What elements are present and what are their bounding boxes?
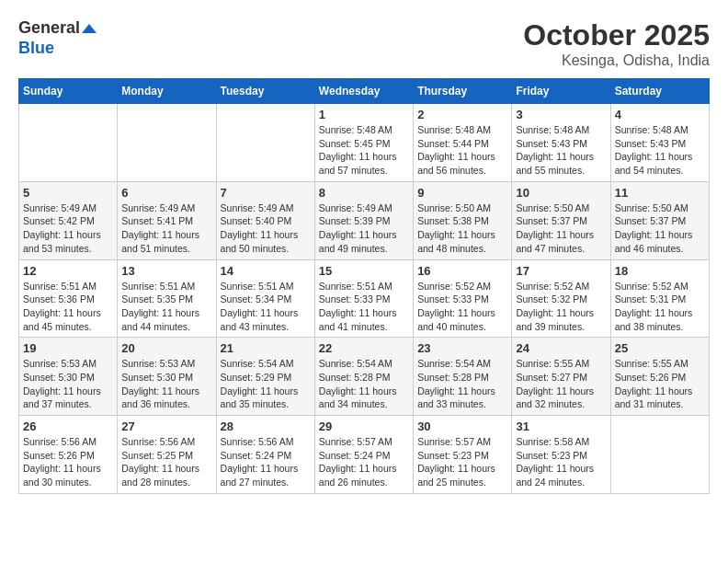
day-info: Sunrise: 5:51 AM Sunset: 5:35 PM Dayligh… <box>121 280 211 334</box>
calendar-week-3: 12Sunrise: 5:51 AM Sunset: 5:36 PM Dayli… <box>19 259 710 338</box>
calendar-cell: 12Sunrise: 5:51 AM Sunset: 5:36 PM Dayli… <box>19 259 118 338</box>
calendar-cell: 26Sunrise: 5:56 AM Sunset: 5:26 PM Dayli… <box>19 416 118 494</box>
calendar-cell: 13Sunrise: 5:51 AM Sunset: 5:35 PM Dayli… <box>118 259 216 338</box>
day-number: 27 <box>121 419 211 433</box>
day-number: 26 <box>23 419 113 433</box>
calendar-cell <box>610 416 709 494</box>
day-info: Sunrise: 5:51 AM Sunset: 5:33 PM Dayligh… <box>319 280 409 334</box>
day-number: 17 <box>516 264 606 278</box>
day-info: Sunrise: 5:48 AM Sunset: 5:45 PM Dayligh… <box>319 123 409 178</box>
page-header: General Blue October 2025 Kesinga, Odish… <box>18 18 710 69</box>
calendar-cell: 14Sunrise: 5:51 AM Sunset: 5:34 PM Dayli… <box>216 259 314 338</box>
calendar-cell: 30Sunrise: 5:57 AM Sunset: 5:23 PM Dayli… <box>414 416 512 494</box>
day-info: Sunrise: 5:49 AM Sunset: 5:41 PM Dayligh… <box>121 201 211 256</box>
weekday-header-sunday: Sunday <box>19 79 118 104</box>
day-number: 8 <box>319 186 409 200</box>
calendar-cell: 19Sunrise: 5:53 AM Sunset: 5:30 PM Dayli… <box>19 338 118 416</box>
day-info: Sunrise: 5:57 AM Sunset: 5:24 PM Dayligh… <box>319 435 409 489</box>
day-number: 11 <box>615 186 705 200</box>
calendar-cell: 22Sunrise: 5:54 AM Sunset: 5:28 PM Dayli… <box>314 338 413 416</box>
day-number: 13 <box>121 264 211 278</box>
day-number: 29 <box>319 419 409 433</box>
weekday-header-friday: Friday <box>512 79 610 104</box>
title-block: October 2025 Kesinga, Odisha, India <box>523 18 710 69</box>
logo-text: General Blue <box>18 18 97 58</box>
day-info: Sunrise: 5:54 AM Sunset: 5:29 PM Dayligh… <box>221 357 311 411</box>
day-info: Sunrise: 5:56 AM Sunset: 5:24 PM Dayligh… <box>221 435 311 489</box>
weekday-header-tuesday: Tuesday <box>216 79 314 104</box>
day-info: Sunrise: 5:51 AM Sunset: 5:34 PM Dayligh… <box>221 280 311 334</box>
calendar-cell: 25Sunrise: 5:55 AM Sunset: 5:26 PM Dayli… <box>610 338 709 416</box>
day-number: 25 <box>615 341 705 355</box>
calendar-cell: 28Sunrise: 5:56 AM Sunset: 5:24 PM Dayli… <box>216 416 314 494</box>
calendar-week-4: 19Sunrise: 5:53 AM Sunset: 5:30 PM Dayli… <box>19 338 710 416</box>
calendar-cell: 24Sunrise: 5:55 AM Sunset: 5:27 PM Dayli… <box>512 338 610 416</box>
day-number: 14 <box>221 264 311 278</box>
day-number: 28 <box>221 419 311 433</box>
day-info: Sunrise: 5:48 AM Sunset: 5:43 PM Dayligh… <box>615 123 705 178</box>
calendar-cell: 7Sunrise: 5:49 AM Sunset: 5:40 PM Daylig… <box>216 181 314 259</box>
day-info: Sunrise: 5:53 AM Sunset: 5:30 PM Dayligh… <box>23 357 113 411</box>
calendar-cell: 31Sunrise: 5:58 AM Sunset: 5:23 PM Dayli… <box>512 416 610 494</box>
calendar-cell: 15Sunrise: 5:51 AM Sunset: 5:33 PM Dayli… <box>314 259 413 338</box>
calendar-cell: 8Sunrise: 5:49 AM Sunset: 5:39 PM Daylig… <box>314 181 413 259</box>
day-number: 16 <box>417 264 507 278</box>
day-number: 30 <box>417 419 507 433</box>
day-number: 21 <box>221 341 311 355</box>
calendar-week-5: 26Sunrise: 5:56 AM Sunset: 5:26 PM Dayli… <box>19 416 710 494</box>
day-info: Sunrise: 5:48 AM Sunset: 5:43 PM Dayligh… <box>516 123 606 178</box>
day-number: 12 <box>23 264 113 278</box>
calendar-cell: 17Sunrise: 5:52 AM Sunset: 5:32 PM Dayli… <box>512 259 610 338</box>
calendar-cell: 3Sunrise: 5:48 AM Sunset: 5:43 PM Daylig… <box>512 104 610 182</box>
day-info: Sunrise: 5:57 AM Sunset: 5:23 PM Dayligh… <box>417 435 507 489</box>
day-info: Sunrise: 5:48 AM Sunset: 5:44 PM Dayligh… <box>417 123 507 178</box>
day-info: Sunrise: 5:54 AM Sunset: 5:28 PM Dayligh… <box>319 357 409 411</box>
day-info: Sunrise: 5:56 AM Sunset: 5:26 PM Dayligh… <box>23 435 113 489</box>
day-info: Sunrise: 5:55 AM Sunset: 5:27 PM Dayligh… <box>516 357 606 411</box>
day-info: Sunrise: 5:49 AM Sunset: 5:39 PM Dayligh… <box>319 201 409 256</box>
calendar-cell: 11Sunrise: 5:50 AM Sunset: 5:37 PM Dayli… <box>610 181 709 259</box>
page-title: October 2025 <box>523 18 710 52</box>
calendar-cell: 21Sunrise: 5:54 AM Sunset: 5:29 PM Dayli… <box>216 338 314 416</box>
weekday-header-wednesday: Wednesday <box>314 79 413 104</box>
calendar-cell: 4Sunrise: 5:48 AM Sunset: 5:43 PM Daylig… <box>610 104 709 182</box>
day-info: Sunrise: 5:50 AM Sunset: 5:37 PM Dayligh… <box>615 201 705 256</box>
day-number: 24 <box>516 341 606 355</box>
calendar-cell: 16Sunrise: 5:52 AM Sunset: 5:33 PM Dayli… <box>414 259 512 338</box>
calendar-week-2: 5Sunrise: 5:49 AM Sunset: 5:42 PM Daylig… <box>19 181 710 259</box>
day-number: 2 <box>417 108 507 121</box>
calendar-cell: 27Sunrise: 5:56 AM Sunset: 5:25 PM Dayli… <box>118 416 216 494</box>
day-number: 9 <box>417 186 507 200</box>
day-number: 23 <box>417 341 507 355</box>
day-info: Sunrise: 5:49 AM Sunset: 5:40 PM Dayligh… <box>221 201 311 256</box>
day-info: Sunrise: 5:49 AM Sunset: 5:42 PM Dayligh… <box>23 201 113 256</box>
calendar-cell: 5Sunrise: 5:49 AM Sunset: 5:42 PM Daylig… <box>19 181 118 259</box>
day-number: 4 <box>615 108 705 121</box>
day-info: Sunrise: 5:51 AM Sunset: 5:36 PM Dayligh… <box>23 280 113 334</box>
calendar-cell: 23Sunrise: 5:54 AM Sunset: 5:28 PM Dayli… <box>414 338 512 416</box>
calendar-cell: 2Sunrise: 5:48 AM Sunset: 5:44 PM Daylig… <box>414 104 512 182</box>
day-info: Sunrise: 5:52 AM Sunset: 5:32 PM Dayligh… <box>516 280 606 334</box>
day-number: 19 <box>23 341 113 355</box>
weekday-header-saturday: Saturday <box>610 79 709 104</box>
calendar-table: SundayMondayTuesdayWednesdayThursdayFrid… <box>18 78 710 494</box>
day-number: 10 <box>516 186 606 200</box>
logo: General Blue <box>18 18 97 58</box>
calendar-cell: 18Sunrise: 5:52 AM Sunset: 5:31 PM Dayli… <box>610 259 709 338</box>
calendar-cell: 1Sunrise: 5:48 AM Sunset: 5:45 PM Daylig… <box>314 104 413 182</box>
day-number: 18 <box>615 264 705 278</box>
calendar-cell: 10Sunrise: 5:50 AM Sunset: 5:37 PM Dayli… <box>512 181 610 259</box>
day-info: Sunrise: 5:54 AM Sunset: 5:28 PM Dayligh… <box>417 357 507 411</box>
day-number: 20 <box>121 341 211 355</box>
day-number: 1 <box>319 108 409 121</box>
day-info: Sunrise: 5:50 AM Sunset: 5:37 PM Dayligh… <box>516 201 606 256</box>
day-info: Sunrise: 5:55 AM Sunset: 5:26 PM Dayligh… <box>615 357 705 411</box>
calendar-cell <box>19 104 118 182</box>
page-subtitle: Kesinga, Odisha, India <box>523 52 710 69</box>
calendar-cell <box>216 104 314 182</box>
weekday-header-thursday: Thursday <box>414 79 512 104</box>
weekday-header-monday: Monday <box>118 79 216 104</box>
calendar-cell <box>118 104 216 182</box>
day-info: Sunrise: 5:52 AM Sunset: 5:31 PM Dayligh… <box>615 280 705 334</box>
calendar-cell: 29Sunrise: 5:57 AM Sunset: 5:24 PM Dayli… <box>314 416 413 494</box>
